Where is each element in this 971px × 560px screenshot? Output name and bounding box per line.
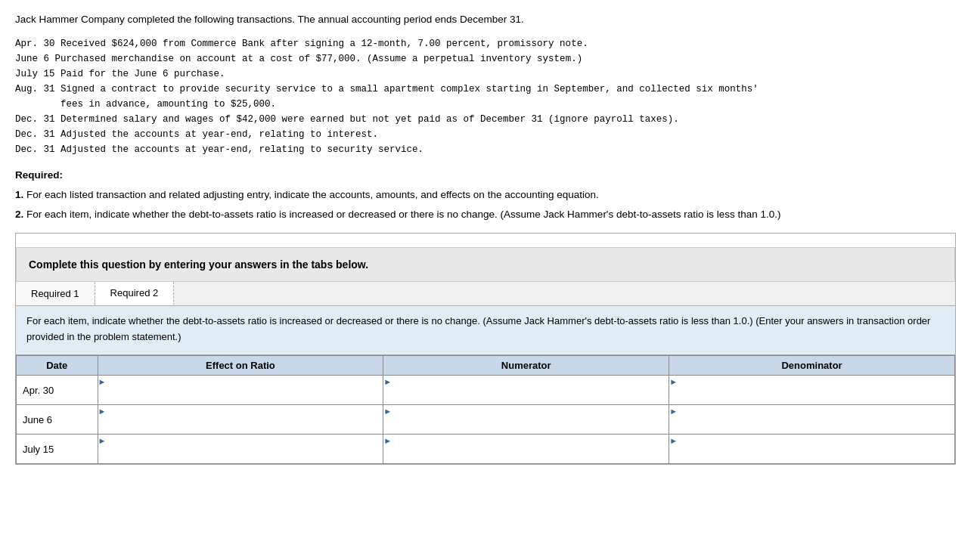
denominator-cell-2[interactable]: ►	[669, 405, 955, 435]
transaction-text-4b: fees in advance, amounting to $25,000.	[60, 99, 276, 110]
arrow-icon-num-2: ►	[383, 407, 392, 416]
required-section: Required: 1. For each listed transaction…	[15, 169, 956, 222]
denominator-input-3[interactable]	[669, 446, 954, 463]
numerator-input-3[interactable]	[383, 446, 669, 463]
transaction-label-5: Dec. 31	[15, 114, 60, 125]
instruction-1: 1. For each listed transaction and relat…	[15, 187, 956, 203]
table-row: June 6 ► ► ►	[17, 405, 955, 435]
transaction-row-1: Apr. 30 Received $624,000 from Commerce …	[15, 36, 956, 51]
numerator-input-2[interactable]	[383, 416, 669, 434]
transaction-text-2: Purchased merchandise on account at a co…	[55, 54, 583, 64]
denominator-input-2[interactable]	[669, 416, 954, 434]
complete-question-wrapper: Complete this question by entering your …	[15, 233, 956, 465]
table-row: Apr. 30 ► ► ►	[17, 376, 955, 405]
denominator-input-1[interactable]	[669, 387, 954, 404]
transaction-text-3: Paid for the June 6 purchase.	[60, 69, 225, 79]
transaction-row-3: July 15 Paid for the June 6 purchase.	[15, 67, 956, 82]
complete-box: Complete this question by entering your …	[16, 247, 955, 282]
transaction-label-7: Dec. 31	[15, 144, 60, 155]
transaction-row-5: Dec. 31 Determined salary and wages of $…	[15, 112, 956, 127]
transaction-label-6: Dec. 31	[15, 129, 60, 140]
data-table: Date Effect on Ratio Numerator Denominat…	[16, 355, 955, 464]
numerator-cell-2[interactable]: ►	[383, 405, 669, 435]
complete-box-text: Complete this question by entering your …	[29, 258, 368, 271]
transaction-row-2: June 6 Purchased merchandise on account …	[15, 51, 956, 67]
tabs-header-row: Required 1 Required 2	[16, 282, 955, 306]
numerator-cell-3[interactable]: ►	[383, 435, 669, 464]
arrow-icon-den-1: ►	[669, 377, 678, 386]
tab-content-area: For each item, indicate whether the debt…	[16, 306, 955, 355]
arrow-icon-num-3: ►	[383, 436, 392, 445]
arrow-icon-num-1: ►	[383, 377, 392, 386]
tab-required-2[interactable]: Required 2	[95, 282, 175, 305]
transaction-label-1: Apr. 30	[15, 39, 60, 49]
col-header-numerator: Numerator	[383, 356, 669, 376]
transaction-label-2: June 6	[15, 54, 55, 64]
transaction-text-1: Received $624,000 from Commerce Bank aft…	[60, 39, 588, 49]
table-section: Date Effect on Ratio Numerator Denominat…	[16, 355, 955, 464]
date-cell-1: Apr. 30	[17, 376, 98, 405]
effect-cell-2[interactable]: ►	[98, 405, 383, 435]
transactions-block: Apr. 30 Received $624,000 from Commerce …	[15, 36, 956, 157]
transaction-row-4b: fees in advance, amounting to $25,000.	[60, 97, 956, 112]
col-header-denominator: Denominator	[669, 356, 955, 376]
col-header-effect: Effect on Ratio	[98, 356, 383, 376]
effect-input-2[interactable]	[98, 416, 383, 434]
transaction-text-6: Adjusted the accounts at year-end, relat…	[60, 129, 378, 140]
transaction-label-3: July 15	[15, 69, 60, 79]
intro-text: Jack Hammer Company completed the follow…	[15, 12, 956, 27]
arrow-icon-den-2: ►	[669, 407, 678, 416]
transaction-text-7: Adjusted the accounts at year-end, relat…	[60, 144, 423, 155]
required-label: Required:	[15, 169, 956, 181]
denominator-cell-3[interactable]: ►	[669, 435, 955, 464]
arrow-icon-2: ►	[98, 407, 107, 416]
tab-required-1[interactable]: Required 1	[16, 282, 95, 305]
arrow-icon-1: ►	[98, 377, 107, 386]
denominator-cell-1[interactable]: ►	[669, 376, 955, 405]
transaction-text-5: Determined salary and wages of $42,000 w…	[60, 114, 679, 125]
table-row: July 15 ► ► ►	[17, 435, 955, 464]
tab-main-text: For each item, indicate whether the debt…	[26, 315, 753, 326]
instruction-2: 2. For each item, indicate whether the d…	[15, 206, 956, 223]
effect-input-3[interactable]	[98, 446, 383, 463]
transaction-row-6: Dec. 31 Adjusted the accounts at year-en…	[15, 127, 956, 142]
numerator-input-1[interactable]	[383, 387, 669, 404]
effect-cell-3[interactable]: ►	[98, 435, 383, 464]
arrow-icon-den-3: ►	[669, 436, 678, 445]
transaction-text-4: Signed a contract to provide security se…	[60, 84, 758, 94]
transaction-row-7: Dec. 31 Adjusted the accounts at year-en…	[15, 142, 956, 157]
effect-input-1[interactable]	[98, 387, 383, 404]
transaction-label-4: Aug. 31	[15, 84, 60, 94]
col-header-date: Date	[17, 356, 98, 376]
arrow-icon-3: ►	[98, 436, 107, 445]
effect-cell-1[interactable]: ►	[98, 376, 383, 405]
date-cell-3: July 15	[17, 435, 98, 464]
numerator-cell-1[interactable]: ►	[383, 376, 669, 405]
date-cell-2: June 6	[17, 405, 98, 435]
transaction-row-4: Aug. 31 Signed a contract to provide sec…	[15, 82, 956, 97]
instructions-block: 1. For each listed transaction and relat…	[15, 187, 956, 222]
